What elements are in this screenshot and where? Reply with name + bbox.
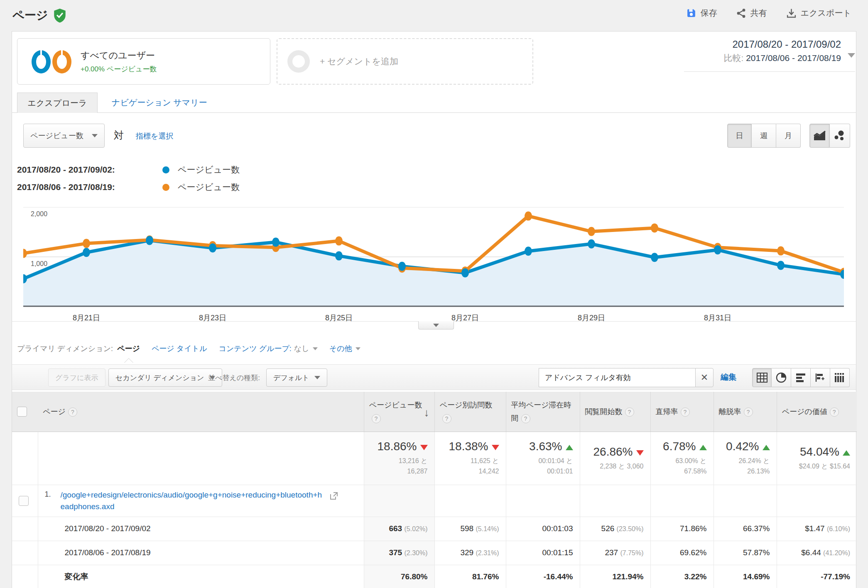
cell-bounce-rate: 69.62% [650, 541, 714, 565]
help-icon[interactable]: ? [625, 407, 634, 417]
line-chart-button[interactable] [809, 124, 830, 148]
cell-value: 237 [605, 548, 618, 557]
help-icon[interactable]: ? [744, 407, 753, 417]
summary-pageviews: 18.86% 13,216 と16,287 [364, 432, 434, 485]
summary-sub: 11,625 と [471, 457, 499, 464]
primary-dimension-row: プライマリ ディメンション: ページ ページ タイトル コンテンツ グループ: … [17, 344, 360, 354]
empty-cell [38, 432, 364, 485]
add-segment-button[interactable]: + セグメントを追加 [277, 38, 533, 85]
primary-dimension-label: プライマリ ディメンション: [17, 344, 113, 354]
summary-avg-time: 3.63% 00:01:04 と00:01:01 [506, 432, 580, 485]
cell-pageviews: 663 (5.02%) [364, 517, 434, 541]
line-chart-icon [814, 131, 826, 141]
cell-page-value: $6.44 (41.20%) [777, 541, 857, 565]
comparison-icon [815, 373, 826, 383]
column-header-page[interactable]: ページ? [38, 392, 364, 432]
segment-name: すべてのユーザー [81, 49, 155, 62]
help-icon[interactable]: ? [372, 414, 381, 423]
percentage-view-button[interactable] [772, 368, 791, 387]
select-metric-link[interactable]: 指標を選択 [136, 131, 173, 141]
column-header-avg-time[interactable]: 平均ページ滞在時間? [506, 392, 580, 432]
segment-delta: +0.00% ページビュー数 [81, 64, 157, 74]
select-all-checkbox[interactable] [17, 407, 27, 417]
export-button[interactable]: エクスポート [786, 7, 851, 19]
help-icon[interactable]: ? [68, 407, 77, 417]
blue-dot-icon [162, 166, 169, 173]
page-url-link[interactable]: /google+redesign/electronics/audio/googl… [61, 489, 326, 512]
summary-sub: 2,238 と 3,060 [600, 463, 643, 470]
comparison-view-button[interactable] [811, 368, 830, 387]
summary-pct: 6.78% [663, 440, 696, 453]
granularity-month-button[interactable]: 月 [776, 124, 801, 148]
help-icon[interactable]: ? [830, 407, 839, 417]
orange-dot-icon [162, 184, 169, 191]
chevron-down-icon [314, 376, 320, 379]
help-icon[interactable]: ? [521, 414, 530, 423]
summary-sub: 16,287 [407, 468, 428, 475]
granularity-week-button[interactable]: 週 [752, 124, 776, 148]
page-title-text: ページ [12, 7, 48, 23]
cell-pageviews-change: 76.80% [364, 565, 434, 588]
column-label: 直帰率 [656, 407, 678, 416]
dimension-page[interactable]: ページ [117, 344, 140, 354]
sort-type-label: 並べ替えの種類: [208, 368, 260, 387]
column-header-bounce-rate[interactable]: 直帰率? [650, 392, 714, 432]
column-label: ページビュー数 [369, 401, 422, 409]
column-header-unique-pageviews[interactable]: ページ別訪問数? [434, 392, 506, 432]
dimension-page-title[interactable]: ページ タイトル [152, 344, 207, 354]
cell-entrances: 237 (7.75%) [580, 541, 650, 565]
performance-view-button[interactable] [791, 368, 811, 387]
column-header-entrances[interactable]: 閲覧開始数? [580, 392, 650, 432]
row-checkbox[interactable] [19, 496, 29, 506]
arrow-down-icon [636, 450, 644, 456]
granularity-day-button[interactable]: 日 [727, 124, 752, 148]
save-button[interactable]: 保存 [686, 7, 717, 19]
sort-desc-icon[interactable]: ↓ [424, 406, 429, 419]
compare-value: 2017/08/06 - 2017/08/19 [746, 53, 841, 63]
legend-metric: ページビュー数 [178, 181, 240, 193]
dimension-content-group[interactable]: コンテンツ グループ: [218, 344, 291, 354]
motion-chart-button[interactable] [830, 124, 850, 148]
summary-sub: $24.09 と $15.64 [799, 463, 850, 470]
chart-legend: 2017/08/20 - 2017/09/02: ページビュー数 2017/08… [17, 161, 240, 196]
secondary-dimension-dropdown[interactable]: セカンダリ ディメンション [108, 368, 222, 387]
report-table: ページ? ↓ページビュー数? ページ別訪問数? 平均ページ滞在時間? 閲覧開始数… [12, 392, 857, 588]
cell-value: 663 [389, 524, 402, 533]
column-header-pageviews[interactable]: ↓ページビュー数? [364, 392, 434, 432]
summary-bounce-rate: 6.78% 63.00% と67.58% [650, 432, 714, 485]
row-date-range: 2017/08/20 - 2017/09/02 [45, 524, 357, 533]
help-icon[interactable]: ? [442, 414, 451, 423]
empty-cell [12, 517, 38, 541]
legend-range: 2017/08/20 - 2017/09/02: [17, 165, 150, 175]
clear-filter-button[interactable]: ✕ [695, 368, 714, 387]
sort-type-dropdown[interactable]: デフォルト [266, 368, 327, 387]
chart-canvas [23, 207, 844, 308]
segment-all-users[interactable]: すべてのユーザー +0.00% ページビュー数 [17, 38, 270, 85]
save-label: 保存 [701, 7, 717, 19]
column-header-exit-rate[interactable]: 離脱率? [714, 392, 777, 432]
plot-rows-button[interactable]: グラフに表示 [48, 368, 105, 387]
chart-collapse-handle[interactable] [418, 321, 454, 329]
metric-dropdown[interactable]: ページビュー数 [23, 124, 105, 148]
page-url-cell: 1./google+redesign/electronics/audio/goo… [38, 485, 364, 517]
cell-sub: (23.50%) [617, 525, 644, 532]
tab-explorer[interactable]: エクスプローラ [17, 93, 98, 113]
data-view-button[interactable] [752, 368, 772, 387]
chart-type-toggle [809, 124, 850, 148]
tab-navigation-summary[interactable]: ナビゲーション サマリー [112, 93, 207, 112]
column-header-page-value[interactable]: ページの価値? [777, 392, 857, 432]
empty-cell [506, 485, 580, 517]
date-range-selector[interactable]: 2017/08/20 - 2017/09/02 比較: 2017/08/06 -… [684, 35, 855, 72]
open-in-new-icon[interactable] [330, 492, 338, 500]
help-icon[interactable]: ? [681, 407, 690, 417]
empty-cell [434, 485, 506, 517]
cell-sub: (2.31%) [476, 549, 499, 556]
edit-filter-link[interactable]: 編集 [721, 372, 736, 383]
column-label: ページ別訪問数 [440, 401, 493, 409]
pivot-view-button[interactable] [830, 368, 850, 387]
timeseries-chart[interactable]: 2,000 1,000 [23, 207, 844, 307]
cell-exit-rate-change: 14.69% [714, 565, 777, 588]
row-label-cell: 2017/08/06 - 2017/08/19 [38, 541, 364, 565]
share-button[interactable]: 共有 [736, 7, 767, 19]
dimension-other[interactable]: その他 [329, 344, 352, 354]
